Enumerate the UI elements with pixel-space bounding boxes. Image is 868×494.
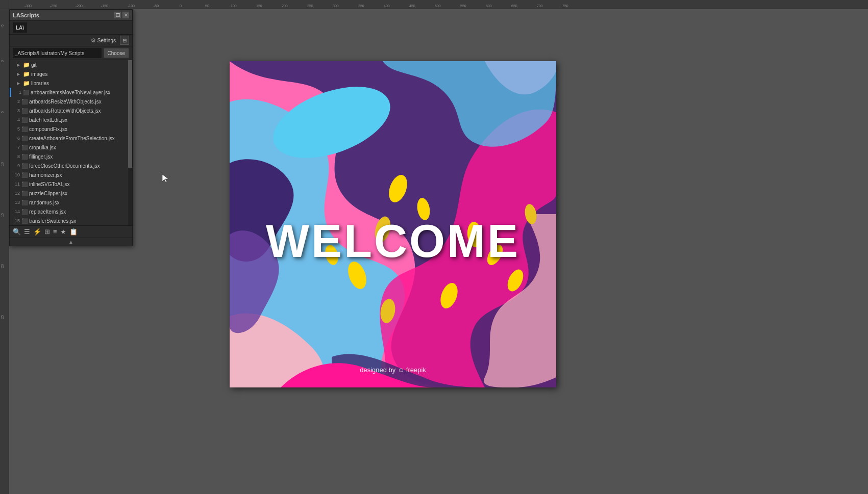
ruler-v-mark: -5 xyxy=(1,24,4,28)
folder-icon: 📁 xyxy=(23,62,30,68)
panel-window-controls: ⧠ ✕ xyxy=(114,12,129,18)
ruler-mark: 250 xyxy=(307,4,313,8)
ruler-mark: -50 xyxy=(154,4,159,8)
folder-icon: 📁 xyxy=(23,80,30,87)
file-item-11[interactable]: 11 ⬛ inlineSVGToAI.jsx xyxy=(10,179,132,189)
star-bottom-button[interactable]: ★ xyxy=(60,228,66,236)
file-name: artboardsRotateWithObjects.jsx xyxy=(29,108,130,114)
file-number: 12 xyxy=(12,191,20,196)
panel-close-button[interactable]: ✕ xyxy=(122,12,129,18)
file-item-12[interactable]: 12 ⬛ puzzleClipper.jsx xyxy=(10,189,132,198)
jsx-icon: ⬛ xyxy=(21,108,28,114)
chevron-right-icon: ▶ xyxy=(17,72,22,76)
file-name: compoundFix.jsx xyxy=(29,126,130,132)
gear-icon: ⚙ xyxy=(91,37,96,44)
panel-path-row: Choose xyxy=(10,46,132,60)
file-item-15[interactable]: 15 ⬛ transferSwatches.jsx xyxy=(10,216,132,225)
file-item-14[interactable]: 14 ⬛ replaceItems.jsx xyxy=(10,207,132,216)
settings-button[interactable]: ⚙ Settings xyxy=(89,36,118,45)
file-name: createArtboardsFromTheSelection.jsx xyxy=(29,136,130,141)
ruler-mark: 100 xyxy=(231,4,237,8)
file-item-10[interactable]: 10 ⬛ harmonizer.jsx xyxy=(10,170,132,179)
jsx-icon: ⬛ xyxy=(21,163,28,169)
ruler-mark: -300 xyxy=(24,4,32,8)
panel-extra-button[interactable]: ⊟ xyxy=(120,36,129,45)
file-item-7[interactable]: 7 ⬛ cropulka.jsx xyxy=(10,143,132,152)
file-item-8[interactable]: 8 ⬛ fillinger.jsx xyxy=(10,152,132,161)
file-item-6[interactable]: 6 ⬛ createArtboardsFromTheSelection.jsx xyxy=(10,134,132,143)
ruler-mark: -200 xyxy=(76,4,83,8)
file-number: 4 xyxy=(12,117,20,122)
file-number: 13 xyxy=(12,200,20,205)
ruler-mark: -250 xyxy=(50,4,57,8)
ruler-mark: 500 xyxy=(435,4,441,8)
file-number: 6 xyxy=(12,136,20,141)
file-number: 11 xyxy=(12,181,20,187)
lascripts-panel: LAScripts ⧠ ✕ LA\ ⚙ Settings ⊟ Choose xyxy=(9,9,133,246)
panel-bottom-toolbar: 🔍 ☰ ⚡ ⊞ ≡ ★ 📋 xyxy=(10,225,132,238)
search-bottom-button[interactable]: 🔍 xyxy=(13,228,21,236)
file-number: 8 xyxy=(12,154,20,159)
ruler-mark: -100 xyxy=(128,4,135,8)
grid-bottom-button[interactable]: ⊞ xyxy=(44,228,50,236)
file-item-4[interactable]: 4 ⬛ batchTextEdit.jsx xyxy=(10,115,132,124)
panel-minimize-button[interactable]: ⧠ xyxy=(114,12,121,18)
file-item-3[interactable]: 3 ⬛ artboardsRotateWithObjects.jsx xyxy=(10,106,132,115)
ruler-mark: 450 xyxy=(409,4,415,8)
folder-item-images[interactable]: ▶ 📁 images xyxy=(10,69,132,79)
canvas-area: WELCOME designed by ☺ freepik LAScripts … xyxy=(9,9,868,494)
folder-item-git[interactable]: ▶ 📁 git xyxy=(10,60,132,69)
path-input[interactable] xyxy=(13,48,102,58)
ruler-mark: 50 xyxy=(205,4,209,8)
ruler-mark: 350 xyxy=(358,4,364,8)
ruler-v-mark: 0 xyxy=(1,60,4,62)
file-number: 2 xyxy=(12,99,20,104)
folder-name: images xyxy=(31,71,47,77)
file-name: inlineSVGToAI.jsx xyxy=(29,181,130,187)
file-item-5[interactable]: 5 ⬛ compoundFix.jsx xyxy=(10,124,132,134)
panel-logo-row: LA\ xyxy=(10,21,132,35)
panel-settings-row: ⚙ Settings ⊟ xyxy=(10,35,132,46)
file-name: harmonizer.jsx xyxy=(29,172,130,178)
ruler-v-mark: 25 xyxy=(1,315,4,319)
file-number: 9 xyxy=(12,163,20,168)
panel-logo: LA\ xyxy=(13,22,27,33)
jsx-icon: ⬛ xyxy=(21,145,28,150)
lightning-bottom-button[interactable]: ⚡ xyxy=(33,228,41,236)
file-name: artboardItemsMoveToNewLayer.jsx xyxy=(31,90,130,95)
ruler-v-mark: 10 xyxy=(1,162,4,166)
list-scrollbar[interactable] xyxy=(128,60,132,225)
ruler-mark: 400 xyxy=(384,4,390,8)
file-name: batchTextEdit.jsx xyxy=(29,117,130,123)
chevron-right-icon: ▶ xyxy=(17,81,22,86)
scrollbar-thumb[interactable] xyxy=(128,60,132,168)
folder-item-libraries[interactable]: ▶ 📁 libraries xyxy=(10,79,132,88)
file-number: 5 xyxy=(12,126,20,132)
file-item-2[interactable]: 2 ⬛ artboardsResizeWithObjects.jsx xyxy=(10,97,132,106)
ruler-left: -5 0 5 10 15 20 25 xyxy=(0,9,9,494)
file-number: 10 xyxy=(12,172,20,177)
ruler-mark: 300 xyxy=(333,4,339,8)
choose-button[interactable]: Choose xyxy=(104,48,129,58)
jsx-icon: ⬛ xyxy=(21,172,28,178)
jsx-icon: ⬛ xyxy=(21,200,28,205)
ruler-v-mark: 5 xyxy=(1,111,4,113)
ruler-mark: 700 xyxy=(537,4,543,8)
jsx-icon: ⬛ xyxy=(21,136,28,141)
jsx-icon: ⬛ xyxy=(23,90,29,95)
list-bottom-button[interactable]: ☰ xyxy=(24,228,30,236)
panel-collapse-bar[interactable]: ▲ xyxy=(10,238,132,246)
file-name: forceCloseOtherDocuments.jsx xyxy=(29,163,130,169)
file-item-9[interactable]: 9 ⬛ forceCloseOtherDocuments.jsx xyxy=(10,161,132,170)
file-list[interactable]: ▶ 📁 git ▶ 📁 images ▶ 📁 libraries 1 xyxy=(10,60,132,225)
layers-bottom-button[interactable]: ≡ xyxy=(53,228,57,236)
history-bottom-button[interactable]: 📋 xyxy=(69,228,78,236)
file-item-13[interactable]: 13 ⬛ randomus.jsx xyxy=(10,198,132,207)
panel-titlebar: LAScripts ⧠ ✕ xyxy=(10,10,132,21)
file-number: 1 xyxy=(13,90,21,95)
ruler-mark: 150 xyxy=(256,4,262,8)
file-item-1[interactable]: 1 ⬛ artboardItemsMoveToNewLayer.jsx xyxy=(10,88,132,97)
file-number: 15 xyxy=(12,218,20,223)
ruler-v-mark: 15 xyxy=(1,213,4,217)
svg-text:WELCOME: WELCOME xyxy=(266,216,520,267)
